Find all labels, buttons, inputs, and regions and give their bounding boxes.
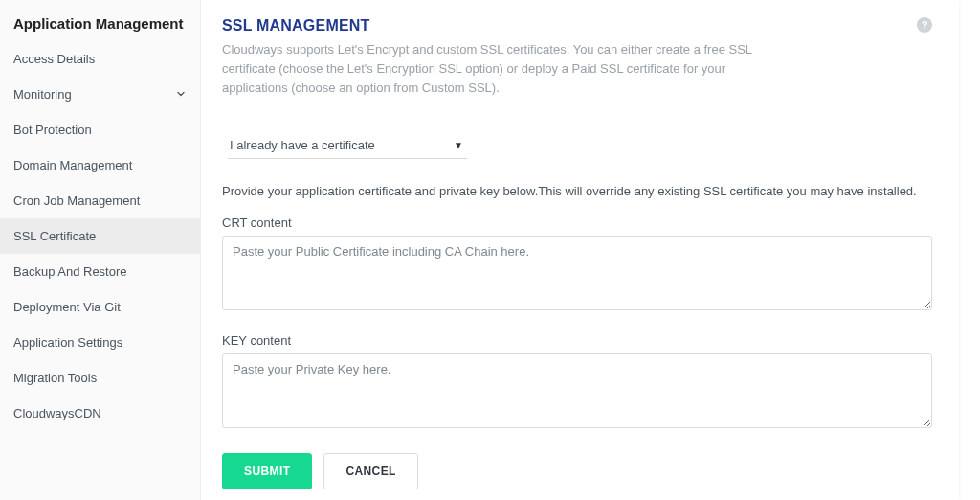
crt-textarea[interactable] <box>222 236 932 310</box>
key-label: KEY content <box>222 333 932 348</box>
sidebar-item-label: Access Details <box>13 52 95 66</box>
submit-button[interactable]: SUBMIT <box>222 453 312 489</box>
key-textarea[interactable] <box>222 353 932 428</box>
page-description: Cloudways supports Let's Encrypt and cus… <box>222 40 758 98</box>
sidebar-item-deployment-via-git[interactable]: Deployment Via Git <box>0 289 200 325</box>
sidebar-item-migration-tools[interactable]: Migration Tools <box>0 360 200 396</box>
sidebar-item-cloudwayscdn[interactable]: CloudwaysCDN <box>0 396 200 431</box>
sidebar-item-label: SSL Certificate <box>13 229 96 243</box>
sidebar-item-label: Bot Protection <box>13 123 92 137</box>
sidebar-item-access-details[interactable]: Access Details <box>0 41 200 77</box>
sidebar-item-backup-and-restore[interactable]: Backup And Restore <box>0 254 200 289</box>
sidebar-heading: Application Management <box>0 8 200 41</box>
sidebar-item-bot-protection[interactable]: Bot Protection <box>0 112 200 148</box>
sidebar-item-cron-job-management[interactable]: Cron Job Management <box>0 183 200 218</box>
select-value: I already have a certificate <box>230 138 375 152</box>
main-content: SSL MANAGEMENT ? Cloudways supports Let'… <box>201 0 959 500</box>
sidebar-item-label: Monitoring <box>13 87 72 102</box>
sidebar-item-label: Deployment Via Git <box>13 300 121 314</box>
sidebar: Application Management Access Details Mo… <box>0 0 201 500</box>
sidebar-item-label: Backup And Restore <box>13 264 127 279</box>
sidebar-item-label: Domain Management <box>13 158 132 172</box>
crt-label: CRT content <box>222 216 932 230</box>
sidebar-item-label: Cron Job Management <box>13 193 140 208</box>
sidebar-item-label: CloudwaysCDN <box>13 406 101 420</box>
chevron-down-icon <box>175 88 187 102</box>
sidebar-item-monitoring[interactable]: Monitoring <box>0 77 200 112</box>
sidebar-item-domain-management[interactable]: Domain Management <box>0 148 200 183</box>
sidebar-item-label: Migration Tools <box>13 371 97 385</box>
sidebar-item-ssl-certificate[interactable]: SSL Certificate <box>0 218 200 254</box>
page-title: SSL MANAGEMENT <box>222 17 370 34</box>
cancel-button[interactable]: CANCEL <box>323 453 417 489</box>
sidebar-item-application-settings[interactable]: Application Settings <box>0 325 200 360</box>
sidebar-item-label: Application Settings <box>13 335 122 350</box>
hint-text: Provide your application certificate and… <box>222 184 932 198</box>
help-icon[interactable]: ? <box>917 17 932 33</box>
caret-down-icon: ▼ <box>454 140 463 150</box>
certificate-mode-select[interactable]: I already have a certificate ▼ <box>228 132 467 159</box>
